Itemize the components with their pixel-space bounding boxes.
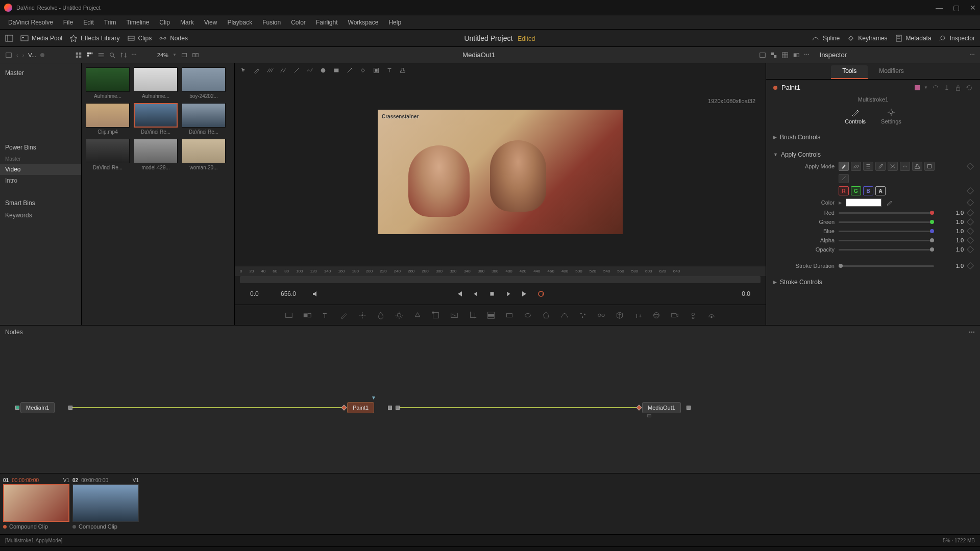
node-mediaout[interactable]: MediaOut1: [642, 402, 681, 413]
view-mode-icon[interactable]: [759, 52, 766, 59]
timecode-in[interactable]: 0.0: [250, 290, 259, 297]
timeline-scrubber[interactable]: [240, 276, 761, 283]
menu-view[interactable]: View: [199, 19, 223, 26]
clip-item[interactable]: Clip.mp4: [86, 103, 130, 135]
keyframe-button[interactable]: [967, 209, 974, 216]
prender-icon[interactable]: [597, 311, 606, 320]
menu-color[interactable]: Color: [286, 19, 311, 26]
fill-tool-icon[interactable]: [359, 67, 366, 74]
grid-view-icon[interactable]: [75, 52, 82, 59]
merge-icon[interactable]: [303, 311, 312, 320]
keyframe-button[interactable]: [967, 228, 974, 235]
dropdown-icon[interactable]: [5, 52, 12, 59]
metadata-button[interactable]: Metadata: [895, 34, 932, 42]
stroke-controls-header[interactable]: ▶Stroke Controls: [773, 277, 973, 288]
opacity-slider[interactable]: [839, 249, 934, 251]
viewer-more-icon[interactable]: ⋯: [804, 52, 810, 58]
red-slider[interactable]: [839, 212, 934, 214]
rect-tool-icon[interactable]: [333, 67, 340, 74]
effects-library-button[interactable]: Effects Library: [69, 34, 119, 42]
power-bins-header[interactable]: Power Bins: [0, 141, 81, 154]
more-icon[interactable]: ⋯: [131, 52, 137, 58]
transform-icon[interactable]: [431, 311, 440, 320]
master-bin[interactable]: Master: [0, 66, 81, 80]
sort-icon[interactable]: [120, 52, 127, 59]
first-frame-button[interactable]: [455, 289, 464, 298]
alpha-value[interactable]: 1.0: [938, 237, 964, 243]
green-slider[interactable]: [839, 221, 934, 223]
color-corrector-icon[interactable]: [413, 311, 422, 320]
rect-mask-icon[interactable]: [505, 311, 514, 320]
nodes-more-icon[interactable]: ⋯: [969, 329, 975, 336]
paint-icon[interactable]: [339, 311, 349, 320]
controls-tab[interactable]: Controls: [845, 108, 866, 124]
light-icon[interactable]: [689, 311, 698, 320]
close-button[interactable]: ✕: [970, 4, 976, 12]
text-plus-icon[interactable]: T: [321, 311, 330, 320]
chevron-left-icon[interactable]: ‹: [16, 52, 18, 58]
menu-file[interactable]: File: [58, 19, 78, 26]
blue-slider[interactable]: [839, 231, 934, 232]
keyframe-button[interactable]: [967, 237, 974, 244]
last-frame-button[interactable]: [520, 289, 529, 298]
chevron-down-icon[interactable]: ▼: [173, 53, 177, 57]
panel-toggle-button[interactable]: [5, 34, 13, 42]
checker-icon[interactable]: [770, 52, 777, 59]
multistroke-icon[interactable]: [266, 67, 274, 74]
keyframe-button[interactable]: [967, 246, 974, 253]
stroke-duration-value[interactable]: 1.0: [938, 263, 964, 269]
menu-fusion[interactable]: Fusion: [257, 19, 286, 26]
clip-item[interactable]: DaVinci Re...: [182, 103, 226, 135]
wand-tool-icon[interactable]: [346, 67, 353, 74]
line-tool-icon[interactable]: [293, 67, 300, 74]
bspline-mask-icon[interactable]: [560, 311, 569, 320]
list-view-icon[interactable]: [97, 52, 105, 59]
color-swatch[interactable]: [846, 198, 881, 207]
viewer-canvas[interactable]: 1920x1080xfloat32 Crassenstainer: [235, 78, 766, 266]
pointer-tool-icon[interactable]: [240, 67, 247, 74]
tracker-icon[interactable]: [358, 311, 367, 320]
polyline-tool-icon[interactable]: [306, 67, 313, 74]
maximize-button[interactable]: ▢: [953, 4, 960, 12]
shape3d-icon[interactable]: [652, 311, 661, 320]
loop-button[interactable]: [536, 289, 546, 298]
letterbox-icon[interactable]: [486, 311, 496, 320]
grid-overlay-icon[interactable]: [781, 52, 789, 59]
lock-icon[interactable]: [954, 84, 962, 91]
tab-tools[interactable]: Tools: [831, 65, 868, 79]
ellipse-mask-icon[interactable]: [523, 311, 532, 320]
apply-mode-color[interactable]: [839, 162, 849, 171]
render3d-icon[interactable]: [707, 311, 716, 320]
red-value[interactable]: 1.0: [938, 210, 964, 216]
smart-bins-header[interactable]: Smart Bins: [0, 196, 81, 210]
time-ruler[interactable]: 0204060801001201401601802002202402602803…: [235, 266, 766, 276]
keyframe-button[interactable]: [967, 163, 974, 170]
particles-icon[interactable]: [578, 311, 587, 320]
clips-button[interactable]: Clips: [127, 34, 152, 42]
version-icon[interactable]: [932, 84, 939, 91]
apply-mode-erase[interactable]: [875, 162, 886, 171]
apply-mode-stamp[interactable]: [912, 162, 922, 171]
3d-icon[interactable]: [615, 311, 624, 320]
timecode-out[interactable]: 0.0: [742, 290, 750, 297]
apply-mode-extra[interactable]: [839, 174, 849, 183]
green-value[interactable]: 1.0: [938, 219, 964, 225]
prev-frame-button[interactable]: [471, 289, 480, 298]
apply-mode-emboss[interactable]: [863, 162, 873, 171]
crop-icon[interactable]: [468, 311, 477, 320]
channel-b[interactable]: B: [863, 186, 873, 195]
stamp-tool-icon[interactable]: [399, 67, 406, 74]
opacity-value[interactable]: 1.0: [938, 246, 964, 253]
blur-icon[interactable]: [376, 311, 385, 320]
apply-mode-clone[interactable]: [851, 162, 861, 171]
clip-item[interactable]: Aufnahme...: [86, 67, 130, 99]
stop-button[interactable]: [487, 289, 497, 298]
bin-video[interactable]: Video: [0, 164, 81, 175]
node-mediain[interactable]: MediaIn1: [20, 402, 55, 413]
apply-mode-smear[interactable]: [900, 162, 910, 171]
channel-r[interactable]: R: [839, 186, 849, 195]
clip-item[interactable]: DaVinci Re...: [134, 103, 178, 135]
clip-item[interactable]: Aufnahme...: [134, 67, 178, 99]
bin-master[interactable]: Master: [0, 154, 81, 164]
polygon-mask-icon[interactable]: [542, 311, 551, 320]
